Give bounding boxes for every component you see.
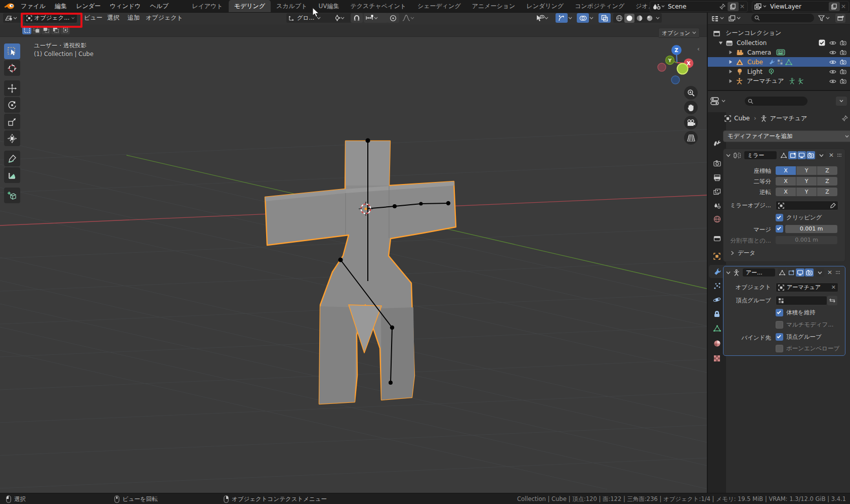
axis-z-button[interactable]: Z (817, 166, 837, 175)
hide-eye-icon[interactable] (829, 79, 836, 84)
mirror-data-subpanel[interactable]: データ (731, 249, 755, 257)
pin-icon[interactable] (842, 115, 848, 121)
scene-selector[interactable]: Scene ✕ (650, 1, 748, 12)
viewport-canvas[interactable] (0, 24, 707, 493)
editor-type-button[interactable] (3, 13, 23, 23)
clear-object-icon[interactable]: ✕ (831, 284, 836, 291)
preserve-volume-checkbox[interactable] (776, 309, 783, 316)
render-visibility-icon[interactable] (840, 59, 846, 65)
clipping-checkbox[interactable] (776, 214, 783, 221)
bisect-x-button[interactable]: X (776, 177, 796, 186)
render-visibility-icon[interactable] (840, 40, 846, 45)
object-visibility-dropdown[interactable] (534, 13, 557, 23)
xray-toggle[interactable] (599, 13, 611, 23)
expand-chevron-icon[interactable] (726, 154, 731, 157)
navigation-gizmo[interactable]: Y Z X (653, 39, 700, 85)
tab-modeling[interactable]: モデリング (229, 0, 271, 12)
snap-toggle[interactable] (351, 13, 363, 23)
annotate-tool[interactable] (4, 151, 20, 166)
disclosure-right-icon[interactable] (729, 50, 733, 55)
outliner-row-cube[interactable]: Cube (708, 57, 850, 67)
mirror-close-icon[interactable]: ✕ (829, 152, 834, 159)
bind-vertex-groups-checkbox[interactable] (776, 333, 783, 341)
transform-tool[interactable] (4, 130, 20, 146)
viewlayer-selector[interactable]: ViewLayer ✕ (752, 1, 849, 12)
bisect-distance-field[interactable]: 0.001 m (776, 236, 837, 244)
drag-handle-icon[interactable] (837, 153, 842, 158)
flip-x-button[interactable]: X (776, 188, 796, 196)
tab-animation[interactable]: アニメーション (466, 0, 521, 12)
armature-modifier-header[interactable]: アー... ✕ (724, 266, 845, 279)
camera-view-button[interactable] (684, 116, 698, 129)
armature-name-field[interactable]: アー... (743, 268, 775, 277)
menu-object[interactable]: オブジェクト (146, 12, 183, 24)
render-visibility-icon[interactable] (840, 78, 846, 84)
hide-eye-icon[interactable] (829, 50, 836, 55)
outliner-filter-display-dropdown[interactable] (727, 14, 742, 23)
new-viewlayer-button[interactable] (829, 2, 840, 11)
mirror-name-field[interactable]: ミラー (744, 151, 777, 159)
tab-shading[interactable]: シェーディング (412, 0, 466, 12)
add-cube-tool[interactable] (4, 188, 20, 203)
outliner-search-input[interactable] (751, 14, 814, 22)
tab-layout[interactable]: レイアウト (186, 0, 228, 12)
mirror-show-on-cage-toggle[interactable] (779, 151, 788, 159)
outliner-filter-dropdown[interactable] (818, 14, 830, 23)
select-box-tool[interactable] (4, 43, 20, 59)
flip-z-button[interactable]: Z (817, 188, 837, 196)
vertex-group-field[interactable] (776, 296, 827, 305)
proportional-falloff-dropdown[interactable] (400, 13, 423, 23)
mode-selector[interactable]: オブジェク... (24, 13, 77, 23)
armature-show-in-editmode-toggle[interactable] (787, 268, 795, 277)
hide-eye-icon[interactable] (829, 60, 836, 65)
menu-add[interactable]: 追加 (128, 12, 140, 24)
pin-icon[interactable] (719, 4, 726, 10)
mirror-object-field[interactable] (776, 201, 838, 210)
properties-options-dropdown[interactable] (836, 97, 847, 106)
axis-x-button[interactable]: X (776, 166, 796, 175)
outliner-row-collection[interactable]: Collection (708, 38, 850, 48)
axis-y-button[interactable]: Y (796, 166, 817, 175)
show-overlays-toggle[interactable] (577, 13, 589, 23)
disclosure-right-icon[interactable] (729, 79, 733, 83)
pan-button[interactable] (684, 101, 698, 114)
shading-wireframe-button[interactable] (614, 15, 624, 22)
breadcrumb-modifier[interactable]: アーマチュア (770, 114, 807, 123)
menu-edit[interactable]: 編集 (50, 0, 71, 12)
properties-search-input[interactable] (745, 97, 808, 106)
disclosure-right-icon[interactable] (729, 69, 733, 74)
invert-vertex-group-button[interactable] (827, 296, 837, 305)
tab-texture-paint[interactable]: テクスチャペイント (345, 0, 412, 12)
new-collection-button[interactable] (835, 14, 845, 23)
bind-bone-envelopes-checkbox[interactable] (776, 345, 783, 352)
disclosure-down-icon[interactable] (718, 41, 723, 45)
mirror-show-in-editmode-toggle[interactable] (788, 151, 797, 159)
merge-threshold-field[interactable]: 0.001 m (785, 225, 837, 233)
overlays-dropdown[interactable] (589, 13, 597, 23)
proportional-edit-toggle[interactable] (387, 13, 399, 23)
unlink-scene-icon[interactable]: ✕ (740, 3, 745, 10)
armature-show-viewport-toggle[interactable] (796, 268, 804, 277)
expand-chevron-icon[interactable] (726, 271, 731, 274)
select-mode-invert-button[interactable] (51, 26, 60, 34)
outliner-row-armature[interactable]: アーマチュア (708, 76, 850, 86)
armature-object-field[interactable]: アーマチュア ✕ (776, 283, 838, 292)
outliner-display-mode-dropdown[interactable] (710, 14, 726, 23)
new-scene-button[interactable] (728, 2, 739, 11)
menu-file[interactable]: ファイル (16, 0, 50, 12)
menu-view[interactable]: ビュー (84, 12, 103, 24)
rotate-tool[interactable] (4, 97, 20, 113)
bisect-y-button[interactable]: Y (796, 177, 817, 186)
breadcrumb-object[interactable]: Cube (734, 115, 750, 122)
mirror-modifier-header[interactable]: ミラー ✕ (724, 149, 845, 161)
bisect-z-button[interactable]: Z (817, 177, 837, 186)
scale-tool[interactable] (4, 114, 20, 129)
shading-solid-button[interactable] (624, 14, 634, 23)
shading-material-button[interactable] (634, 15, 645, 22)
properties-editor-type-button[interactable] (710, 96, 726, 106)
tab-rendering[interactable]: レンダリング (521, 0, 569, 12)
move-tool[interactable] (4, 80, 20, 96)
mirror-show-viewport-toggle[interactable] (797, 151, 806, 159)
disclosure-right-icon[interactable] (729, 60, 733, 64)
mirror-show-render-toggle[interactable] (806, 151, 815, 159)
